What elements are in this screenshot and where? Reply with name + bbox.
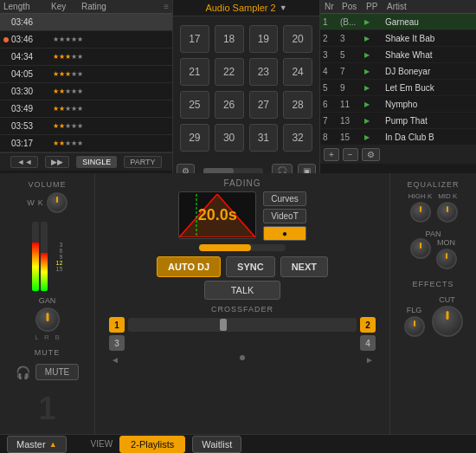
party-button[interactable]: PARTY [124,156,161,168]
crossfader-nav: ◄ ► [109,353,376,366]
sampler-btn-20[interactable]: 20 [283,25,312,53]
table-row[interactable]: 5 9 ▶ Let Em Buck [320,80,476,96]
row-artist: Let Em Buck [385,83,473,93]
table-row[interactable]: 6 11 ▶ Nympho [320,96,476,113]
k-label: K [38,198,43,207]
sampler-btn-30[interactable]: 30 [215,124,244,152]
cut-label: CUT [439,295,455,304]
track-row[interactable]: 04:34 ★★★★★ [0,49,172,66]
track-time: 03:53 [11,121,53,131]
star-rating: ★★★★★ [53,139,83,147]
mute-button[interactable]: MUTE [35,364,79,380]
row-pos: 13 [340,116,364,126]
remove-button[interactable]: − [343,148,358,161]
track-row[interactable]: 03:46 ★★★★★ [0,31,172,49]
next-button[interactable]: NEXT [280,256,328,277]
track-row[interactable]: 03:46 [0,14,172,31]
add-button[interactable]: + [324,148,339,161]
next-button[interactable]: ▶▶ [45,156,69,168]
sampler-btn-23[interactable]: 23 [249,58,279,86]
eq-high-knob[interactable] [410,202,431,223]
sampler-btn-29[interactable]: 29 [180,124,209,152]
sampler-btn-22[interactable]: 22 [215,58,244,86]
eq-mid-label: MID K [438,192,457,200]
volume-label: VOLUME [28,180,66,189]
meter-bar-2 [41,222,48,291]
talk-button[interactable]: TALK [204,281,281,300]
eq-high-col: HIGH K [408,192,433,223]
volume-knob[interactable] [47,192,68,213]
sampler-btn-18[interactable]: 18 [215,25,244,53]
gain-knob[interactable] [35,307,60,332]
mute-section: MUTE 🎧 MUTE 1 [16,348,79,427]
sampler-btn-27[interactable]: 27 [249,91,279,119]
star-rating: ★★★★★ [53,36,83,43]
curves-button[interactable]: Curves [263,191,306,206]
table-row[interactable]: 1 (B... ▶ Garneau [320,14,476,30]
play-icon: ▶ [364,117,385,125]
table-gear-button[interactable]: ⚙ [362,148,380,161]
waitlist-button[interactable]: Waitlist [192,436,241,453]
eq-mid-knob[interactable] [437,202,458,223]
sort-icon[interactable]: ≡ [164,2,169,11]
row-artist: DJ Boneyar [385,67,473,76]
single-button[interactable]: SINGLE [76,156,117,168]
crossfader-slider[interactable] [128,318,357,332]
flg-knob[interactable] [404,316,425,337]
table-row[interactable]: 2 3 ▶ Shake It Bab [320,30,476,47]
sampler-btn-25[interactable]: 25 [180,91,209,119]
cf-num-1: 1 [109,317,125,333]
play-icon: ▶ [364,51,385,59]
sync-button[interactable]: SYNC [226,256,275,277]
table-row[interactable]: 4 7 ▶ DJ Boneyar [320,63,476,80]
track-row[interactable]: 03:17 ★★★★★ [0,135,172,152]
sampler-btn-28[interactable]: 28 [283,91,312,119]
center-panel: FADING 20.0s Curves VideoT ● [95,173,389,434]
header-pos: Pos [340,2,364,11]
sampler-btn-32[interactable]: 32 [283,124,312,152]
track-row[interactable]: 03:53 ★★★★★ [0,118,172,135]
play-icon: ▶ [364,100,385,108]
sampler-header: Audio Sampler 2 ▼ [173,0,319,16]
mon-knob[interactable] [436,249,457,269]
master-button[interactable]: Master ▲ [7,436,67,453]
track-row[interactable]: 04:05 ★★★★★ [0,66,172,83]
flg-label: FLG [407,306,422,314]
videot-button[interactable]: VideoT [263,209,306,223]
fading-slider[interactable] [199,244,286,251]
row-pos: 5 [340,50,364,60]
equalizer-label: EQUALIZER [407,180,459,189]
cf-prev-button[interactable]: ◄ [111,355,119,365]
sampler-btn-24[interactable]: 24 [283,58,312,86]
fading-label: FADING [223,178,261,188]
sampler-btn-17[interactable]: 17 [180,25,209,53]
sampler-btn-21[interactable]: 21 [180,58,209,86]
headphone-icon[interactable]: 🎧 [16,366,30,379]
table-row[interactable]: 3 5 ▶ Shake What [320,47,476,63]
sampler-btn-26[interactable]: 26 [215,91,244,119]
cf-num-3: 3 [109,335,125,351]
pan-label: PAN [426,230,441,238]
cf-next-button[interactable]: ► [365,355,374,365]
prev-button[interactable]: ◄◄ [10,156,38,168]
volume-meters [32,222,48,291]
action-buttons-row: AUTO DJ SYNC NEXT [157,256,328,277]
table-row[interactable]: 7 13 ▶ Pump That [320,113,476,129]
gain-label: GAN [39,296,56,305]
sampler-btn-19[interactable]: 19 [249,25,279,53]
track-row[interactable]: 03:30 ★★★★★ [0,83,172,100]
dropdown-arrow-icon[interactable]: ▼ [280,3,287,12]
track-time: 03:46 [11,35,53,44]
w-label: W [27,198,35,207]
fading-circle-button[interactable]: ● [263,226,306,241]
auto-dj-button[interactable]: AUTO DJ [157,256,221,277]
view-label: VIEW [91,439,113,449]
pan-knob[interactable] [410,238,431,259]
sampler-btn-31[interactable]: 31 [249,124,279,152]
star-rating: ★★★★★ [53,122,83,130]
cut-knob[interactable] [432,306,463,337]
track-row[interactable]: 03:49 ★★★★★ [0,100,172,118]
playlist-tab-button[interactable]: 2-Playlists [119,436,185,453]
crossfader-thumb[interactable] [220,319,227,331]
table-row[interactable]: 8 15 ▶ In Da Club B [320,129,476,146]
